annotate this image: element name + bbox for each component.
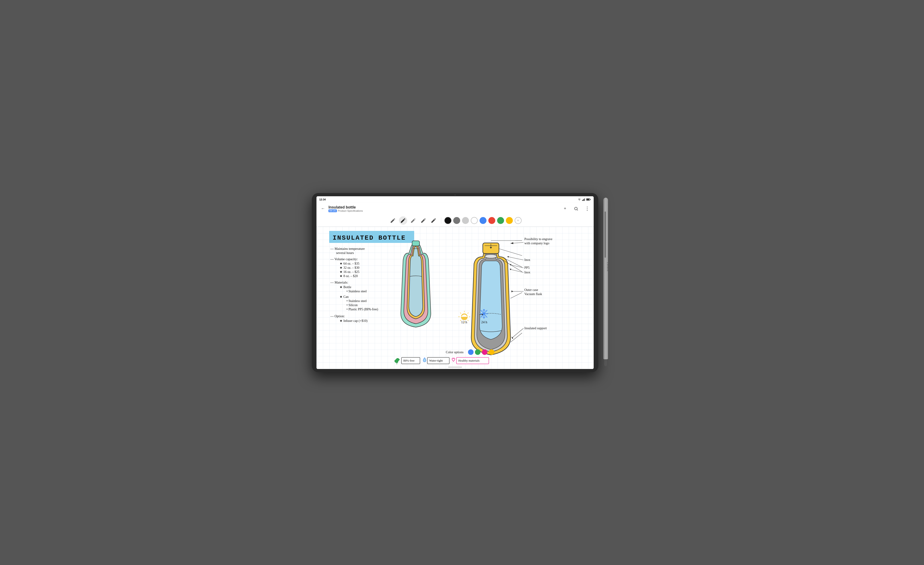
svg-rect-4	[585, 198, 585, 201]
svg-rect-28	[412, 241, 420, 246]
svg-text:• Stainless steel: • Stainless steel	[346, 299, 367, 303]
svg-text:Color options: Color options	[446, 351, 464, 354]
status-icons	[578, 198, 591, 201]
svg-text:★ Infuser cap (+$10): ★ Infuser cap (+$10)	[340, 319, 368, 323]
wifi-icon	[578, 198, 581, 201]
stylus: Lenovo	[602, 195, 610, 366]
color-green[interactable]	[497, 217, 504, 224]
svg-rect-1	[582, 200, 583, 201]
svg-line-73	[510, 270, 524, 273]
svg-text:★ 8 oz. – $20: ★ 8 oz. – $20	[340, 274, 358, 278]
add-button[interactable]: +	[561, 205, 569, 213]
svg-point-0	[579, 200, 580, 201]
svg-point-86	[489, 349, 494, 355]
svg-text:Vacuum flask: Vacuum flask	[524, 292, 542, 296]
back-button[interactable]: ←	[319, 205, 327, 213]
svg-rect-6	[586, 199, 589, 200]
svg-marker-78	[512, 291, 513, 292]
svg-text:Insulated support: Insulated support	[524, 327, 547, 330]
note-canvas[interactable]: INSULATED BOTTLE — Maintains temperature…	[316, 227, 594, 369]
svg-text:Water-tight: Water-tight	[429, 359, 443, 362]
svg-line-67	[508, 257, 524, 260]
subtitle-text: Product Specifications	[338, 210, 363, 212]
svg-text:Healthy materials: Healthy materials	[458, 359, 480, 362]
toolbar-separator	[441, 217, 441, 224]
svg-line-70	[510, 265, 524, 268]
svg-text:INSULATED BOTTLE: INSULATED BOTTLE	[333, 234, 406, 241]
stylus-brand: Lenovo	[607, 262, 609, 271]
color-light-gray[interactable]	[462, 217, 469, 224]
color-blue[interactable]	[480, 217, 486, 224]
svg-text:PP5: PP5	[524, 266, 530, 270]
svg-marker-74	[510, 269, 512, 270]
svg-text:★ Can: ★ Can	[340, 295, 349, 298]
svg-rect-2	[583, 199, 584, 201]
note-drawing: INSULATED BOTTLE — Maintains temperature…	[316, 227, 594, 369]
svg-text:• Stainless steel: • Stainless steel	[346, 289, 367, 293]
toolbar: +	[316, 215, 594, 227]
bottle-sketch-group	[401, 241, 431, 327]
svg-marker-71	[510, 264, 512, 265]
camera-dot	[454, 194, 456, 196]
svg-text:★ 64 oz. – $35: ★ 64 oz. – $35	[340, 262, 359, 265]
svg-text:12 h: 12 h	[461, 320, 467, 324]
app-bar: ← Insulated bottle EN-US Product Specifi…	[316, 203, 594, 215]
svg-text:Outer case: Outer case	[524, 288, 538, 292]
status-bar: 12:34	[316, 196, 594, 203]
signal-icon	[582, 198, 585, 201]
svg-line-65	[510, 243, 524, 243]
search-button[interactable]	[572, 205, 580, 213]
svg-text:— Option:: — Option:	[330, 314, 345, 318]
svg-line-40	[460, 313, 461, 313]
svg-line-59	[510, 292, 522, 298]
stylus-body: Lenovo	[603, 198, 608, 359]
svg-point-84	[475, 349, 480, 355]
document-subtitle: EN-US Product Specifications	[328, 210, 561, 212]
svg-text:★ 32 oz. – $30: ★ 32 oz. – $30	[340, 266, 359, 270]
tablet-body: 12:34	[312, 193, 598, 372]
svg-point-33	[485, 255, 497, 258]
battery-icon	[586, 198, 591, 201]
svg-text:Inox: Inox	[524, 271, 530, 274]
scroll-indicator	[448, 367, 462, 367]
pen-tool-3[interactable]	[409, 216, 417, 225]
color-white[interactable]	[471, 217, 478, 224]
lang-badge: EN-US	[328, 210, 337, 212]
svg-point-85	[482, 349, 488, 355]
svg-text:Inox: Inox	[524, 258, 530, 262]
stylus-clip	[604, 211, 606, 258]
color-black[interactable]	[444, 217, 452, 224]
svg-text:— Materials:: — Materials:	[330, 280, 348, 284]
svg-text:— Maintains temperature: — Maintains temperature	[330, 247, 365, 250]
color-gray[interactable]	[453, 217, 460, 224]
svg-line-9	[577, 210, 578, 210]
screen: 12:34	[316, 196, 594, 369]
svg-text:★ Bottle: ★ Bottle	[340, 285, 351, 289]
more-button[interactable]: ⋮	[584, 205, 591, 213]
svg-text:— Volume capacity:: — Volume capacity:	[330, 257, 358, 261]
app-bar-actions: + ⋮	[561, 205, 591, 213]
color-add-button[interactable]: +	[514, 217, 522, 224]
document-title: Insulated bottle	[328, 205, 561, 210]
svg-text:★ 16 oz. – $25: ★ 16 oz. – $25	[340, 270, 359, 274]
svg-rect-3	[584, 199, 585, 201]
status-time: 12:34	[319, 198, 326, 201]
stylus-tip	[604, 359, 607, 366]
svg-text:• Silicon: • Silicon	[346, 303, 358, 307]
svg-line-41	[468, 320, 468, 321]
scene: 12:34	[312, 189, 612, 377]
svg-text:with company logo: with company logo	[524, 241, 549, 245]
pen-tool-5[interactable]	[429, 216, 438, 225]
svg-point-8	[574, 207, 577, 210]
pen-tool-4[interactable]	[419, 216, 428, 225]
pen-tool-2[interactable]	[399, 216, 407, 225]
svg-line-56	[499, 249, 522, 256]
pen-tool-1[interactable]	[389, 216, 397, 225]
color-yellow[interactable]	[506, 217, 513, 224]
color-red[interactable]	[488, 217, 495, 224]
svg-line-42	[468, 313, 468, 313]
search-icon	[574, 207, 578, 211]
svg-rect-7	[590, 199, 591, 200]
svg-point-83	[468, 349, 474, 355]
svg-text:Possibility to engrave: Possibility to engrave	[524, 237, 552, 241]
